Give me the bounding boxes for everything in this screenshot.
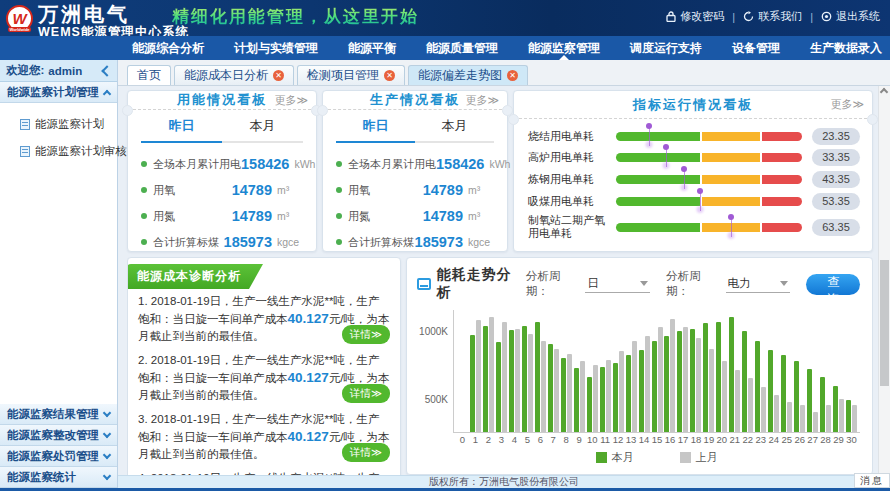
sidebar-section[interactable]: 能源监察处罚管理 <box>0 446 117 467</box>
bar-本月[interactable] <box>742 331 747 432</box>
bar-上月[interactable] <box>670 319 675 432</box>
nav-item[interactable]: 能源综合分析 <box>132 36 204 60</box>
bar-本月[interactable] <box>703 323 708 432</box>
nav-item[interactable]: 设备管理 <box>732 36 780 60</box>
bar-上月[interactable] <box>567 354 572 432</box>
bar-本月[interactable] <box>781 355 786 432</box>
close-icon[interactable]: ✕ <box>507 70 518 81</box>
bar-上月[interactable] <box>502 322 507 432</box>
bar-本月[interactable] <box>768 350 773 432</box>
bar-本月[interactable] <box>509 330 514 432</box>
bar-上月[interactable] <box>813 412 818 432</box>
nav-item[interactable]: 能源质量管理 <box>426 36 498 60</box>
bar-本月[interactable] <box>574 368 579 432</box>
bar-上月[interactable] <box>774 395 779 432</box>
bar-上月[interactable] <box>645 336 650 432</box>
detail-button[interactable]: 详情≫ <box>342 384 390 403</box>
sidebar-tree-item[interactable]: 能源监察计划 <box>20 117 117 132</box>
detail-button[interactable]: 详情≫ <box>342 443 390 462</box>
nav-item[interactable]: 生产数据录入 <box>810 36 882 60</box>
detail-button[interactable]: 详情≫ <box>342 325 390 344</box>
bar-上月[interactable] <box>826 405 831 432</box>
sidebar-collapse-icon[interactable] <box>101 65 112 76</box>
bar-上月[interactable] <box>593 365 598 432</box>
legend-item[interactable]: 本月 <box>596 450 634 465</box>
bar-上月[interactable] <box>606 360 611 432</box>
scroll-up-icon[interactable] <box>880 88 888 96</box>
bar-本月[interactable] <box>587 377 592 432</box>
bar-上月[interactable] <box>580 361 585 432</box>
sidebar-tree-item[interactable]: 能源监察计划审核 <box>20 144 117 159</box>
bar-本月[interactable] <box>807 369 812 432</box>
energy-type-select[interactable]: 电力 <box>726 275 791 293</box>
more-link[interactable]: 更多≫ <box>465 93 499 108</box>
bar-上月[interactable] <box>735 370 740 432</box>
nav-item[interactable]: 调度运行支持 <box>630 36 702 60</box>
bar-上月[interactable] <box>619 351 624 432</box>
bar-本月[interactable] <box>639 350 644 432</box>
nav-item[interactable]: 计划与实绩管理 <box>234 36 318 60</box>
bar-本月[interactable] <box>496 342 501 432</box>
contact-us-link[interactable]: 联系我们 <box>743 9 802 24</box>
bar-本月[interactable] <box>483 326 488 432</box>
period-tab[interactable]: 本月 <box>222 117 303 143</box>
bar-本月[interactable] <box>846 400 851 432</box>
more-link[interactable]: 更多≫ <box>830 97 864 112</box>
bar-本月[interactable] <box>470 335 475 432</box>
bar-本月[interactable] <box>561 358 566 432</box>
document-tab[interactable]: 首页 ✕ <box>127 65 171 85</box>
nav-item[interactable]: 能源平衡 <box>348 36 396 60</box>
vertical-scrollbar[interactable] <box>878 86 890 475</box>
bar-本月[interactable] <box>833 386 838 432</box>
bar-本月[interactable] <box>626 355 631 432</box>
period-select[interactable]: 日 <box>585 275 650 293</box>
more-link[interactable]: 更多≫ <box>274 93 308 108</box>
period-tab[interactable]: 昨日 <box>336 117 415 143</box>
logout-link[interactable]: 退出系统 <box>821 9 880 24</box>
bar-本月[interactable] <box>729 317 734 432</box>
bar-上月[interactable] <box>761 387 766 432</box>
scrollbar-thumb[interactable] <box>880 260 889 386</box>
bar-上月[interactable] <box>476 320 481 432</box>
close-icon[interactable]: ✕ <box>273 70 284 81</box>
bar-上月[interactable] <box>528 334 533 432</box>
bar-本月[interactable] <box>522 326 527 432</box>
bar-上月[interactable] <box>658 327 663 432</box>
nav-item[interactable]: 能源监察管理 <box>528 36 600 60</box>
bar-上月[interactable] <box>800 405 805 432</box>
bar-本月[interactable] <box>535 322 540 432</box>
bar-上月[interactable] <box>696 338 701 432</box>
period-tab[interactable]: 本月 <box>415 117 494 143</box>
bar-本月[interactable] <box>677 331 682 432</box>
bar-上月[interactable] <box>683 327 688 432</box>
period-tab[interactable]: 昨日 <box>141 117 222 143</box>
bar-上月[interactable] <box>722 361 727 432</box>
sidebar-section[interactable]: 能源监察整改管理 <box>0 425 117 446</box>
bar-上月[interactable] <box>489 317 494 432</box>
document-tab[interactable]: 能源偏差走势图 ✕ <box>408 65 528 85</box>
close-icon[interactable]: ✕ <box>384 70 395 81</box>
bar-本月[interactable] <box>716 322 721 432</box>
bar-本月[interactable] <box>600 367 605 432</box>
bar-本月[interactable] <box>548 344 553 432</box>
bar-本月[interactable] <box>613 363 618 432</box>
document-tab[interactable]: 检测项目管理 ✕ <box>297 65 405 85</box>
bar-上月[interactable] <box>515 329 520 432</box>
bar-上月[interactable] <box>632 341 637 432</box>
bar-上月[interactable] <box>541 341 546 432</box>
bar-上月[interactable] <box>787 402 792 432</box>
change-password-link[interactable]: 修改密码 <box>666 9 724 24</box>
bar-上月[interactable] <box>852 405 857 432</box>
bar-上月[interactable] <box>839 399 844 432</box>
bar-上月[interactable] <box>554 349 559 432</box>
sidebar-section-plan-management[interactable]: 能源监察计划管理 <box>0 82 117 103</box>
bar-本月[interactable] <box>652 341 657 432</box>
bar-上月[interactable] <box>748 378 753 432</box>
bar-本月[interactable] <box>794 361 799 432</box>
message-button[interactable]: 消息 <box>854 473 890 488</box>
query-button[interactable]: 查询 <box>806 274 860 295</box>
sidebar-section[interactable]: 能源监察统计 <box>0 467 117 488</box>
bar-本月[interactable] <box>690 329 695 432</box>
document-tab[interactable]: 能源成本日分析 ✕ <box>174 65 294 85</box>
bar-本月[interactable] <box>820 377 825 432</box>
